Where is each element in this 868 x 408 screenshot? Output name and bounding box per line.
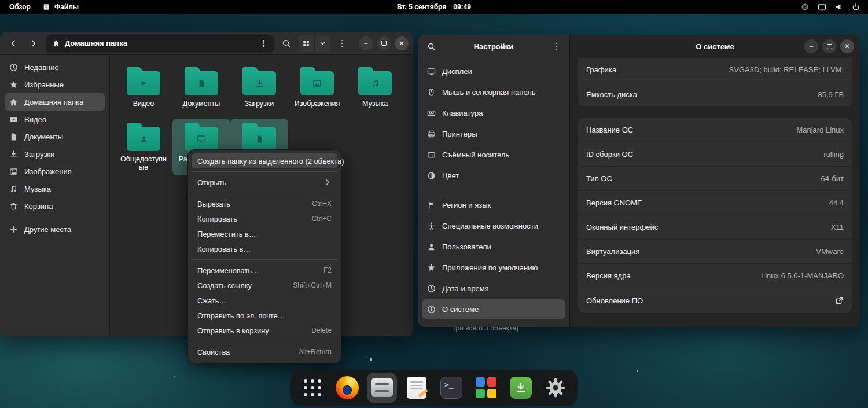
text-editor-icon <box>407 377 426 399</box>
folder-item-public[interactable]: Общедоступные <box>115 119 172 175</box>
dock-item-settings[interactable] <box>540 373 571 403</box>
menu-item-open[interactable]: Открыть <box>192 175 337 190</box>
row-value: 44.4 <box>829 199 844 207</box>
settings-item-accessibility[interactable]: Специальные возможности <box>422 216 565 236</box>
sidebar-item-videos[interactable]: Видео <box>5 111 105 128</box>
row-label: Тип ОС <box>586 174 612 183</box>
menu-item-copy-to[interactable]: Копировать в… <box>192 241 337 256</box>
menu-item-compress[interactable]: Сжать… <box>192 293 337 308</box>
sidebar-item-documents[interactable]: Документы <box>5 128 105 145</box>
dock-item-files[interactable] <box>367 373 397 403</box>
menu-item-rename[interactable]: Переименовать… F2 <box>192 263 337 278</box>
minimize-button[interactable]: − <box>804 39 818 53</box>
settings-item-removable-media[interactable]: Съёмный носитель <box>422 145 565 164</box>
clock[interactable]: Вт, 5 сентября 09:49 <box>397 3 471 11</box>
settings-title: Настройки <box>440 42 547 51</box>
settings-item-users[interactable]: Пользователи <box>422 237 565 256</box>
dock-item-text-editor[interactable] <box>402 373 432 403</box>
row-label: Версия ядра <box>586 271 631 280</box>
window-menu-button[interactable]: ⋮ <box>334 35 351 52</box>
folder-label: Видео <box>133 100 155 108</box>
terminal-icon: >_ <box>440 377 462 399</box>
desktop-emblem-icon <box>185 127 218 151</box>
settings-item-datetime[interactable]: Дата и время <box>422 278 565 298</box>
files-app-icon <box>42 3 50 11</box>
maximize-button[interactable] <box>377 36 391 50</box>
download-icon <box>9 150 19 159</box>
settings-item-label: Приложения по умолчанию <box>442 263 538 272</box>
about-row-windowing-system: Оконный интерфейс X11 <box>578 215 852 240</box>
settings-item-default-apps[interactable]: Приложения по умолчанию <box>422 258 565 277</box>
desktop-wallpaper: Обзор Файлы Вт, 5 сентября 09:49 <box>0 0 868 408</box>
minimize-button[interactable]: − <box>359 36 373 50</box>
settings-item-mouse[interactable]: Мышь и сенсорная панель <box>422 82 565 102</box>
menu-item-properties[interactable]: Свойства Alt+Return <box>192 344 337 359</box>
folder-item-videos[interactable]: Видео <box>115 63 172 116</box>
menu-item-copy[interactable]: Копировать Ctrl+C <box>192 211 337 226</box>
activities-button[interactable]: Обзор <box>9 3 31 11</box>
status-circle-icon <box>801 3 809 11</box>
dock-item-firefox[interactable] <box>332 373 362 403</box>
folder-item-pictures[interactable]: Изображения <box>288 63 346 116</box>
menu-item-label: Сжать… <box>197 296 226 305</box>
row-value: 64-бит <box>821 174 844 183</box>
folder-item-downloads[interactable]: Загрузки <box>230 63 288 116</box>
menu-item-send-email[interactable]: Отправить по эл. почте… <box>192 308 337 323</box>
about-row-software-updates[interactable]: Обновление ПО <box>578 288 852 313</box>
folder-item-music[interactable]: Музыка <box>346 63 404 116</box>
sidebar-item-trash[interactable]: Корзина <box>5 197 105 215</box>
view-options-dropdown[interactable] <box>314 35 330 52</box>
folder-label: Изображения <box>295 100 340 108</box>
settings-search-button[interactable] <box>422 38 440 55</box>
maximize-button[interactable] <box>822 39 836 53</box>
template-emblem-icon <box>242 127 276 151</box>
menu-item-move-to-trash[interactable]: Отправить в корзину Delete <box>192 323 337 338</box>
settings-item-printers[interactable]: Принтеры <box>422 124 565 144</box>
settings-item-label: Принтеры <box>442 130 477 138</box>
menu-item-new-folder-from-selection[interactable]: Создать папку из выделенного (2 объекта) <box>192 153 337 168</box>
settings-item-color[interactable]: Цвет <box>422 166 565 185</box>
settings-menu-button[interactable]: ⋮ <box>547 38 565 55</box>
menu-separator <box>192 341 337 341</box>
recent-icon <box>9 63 19 72</box>
grid-view-button[interactable] <box>299 35 314 52</box>
settings-item-keyboard[interactable]: Клавиатура <box>422 103 565 123</box>
dock-item-terminal[interactable]: >_ <box>436 373 466 403</box>
settings-item-region-language[interactable]: Регион и язык <box>422 195 565 215</box>
settings-item-displays[interactable]: Дисплеи <box>422 61 565 81</box>
close-button[interactable]: ✕ <box>840 39 854 53</box>
folder-item-documents[interactable]: Документы <box>172 63 230 116</box>
back-button[interactable] <box>5 35 21 52</box>
row-label: ID сборки ОС <box>586 150 633 159</box>
system-status-area[interactable] <box>801 3 868 12</box>
printer-icon <box>427 130 436 138</box>
sidebar-item-pictures[interactable]: Изображения <box>5 163 105 180</box>
settings-item-label: Пользователи <box>442 242 491 251</box>
menu-item-move-to[interactable]: Переместить в… <box>192 226 337 241</box>
about-row-gnome-version: Версия GNOME 44.4 <box>578 191 852 215</box>
menu-item-cut[interactable]: Вырезать Ctrl+X <box>192 196 337 211</box>
search-button[interactable] <box>278 35 295 52</box>
sidebar-item-music[interactable]: Музыка <box>5 180 105 197</box>
sidebar-item-downloads[interactable]: Загрузки <box>5 145 105 163</box>
path-menu-button[interactable]: ⋮ <box>259 38 268 49</box>
dock-item-software[interactable] <box>471 373 501 403</box>
star-icon <box>9 80 19 89</box>
forward-button[interactable] <box>25 35 42 52</box>
sidebar-item-home[interactable]: Домашняя папка <box>5 93 105 111</box>
path-bar[interactable]: Домашняя папка ⋮ <box>46 35 274 52</box>
sidebar-item-other-locations[interactable]: Другие места <box>5 220 105 238</box>
dock-item-app-grid[interactable] <box>297 373 328 403</box>
sidebar-item-recent[interactable]: Недавние <box>5 58 105 76</box>
close-button[interactable]: ✕ <box>395 36 409 50</box>
sidebar-item-starred[interactable]: Избранные <box>5 76 105 93</box>
row-value: VMware <box>816 247 844 256</box>
settings-item-label: Дисплеи <box>442 67 472 76</box>
settings-item-about[interactable]: О системе <box>422 299 565 319</box>
row-label: Обновление ПО <box>586 296 643 305</box>
files-headerbar: Домашняя папка ⋮ ⋮ − ✕ <box>0 32 413 55</box>
menu-item-create-link[interactable]: Создать ссылку Shift+Ctrl+M <box>192 278 337 293</box>
app-menu-button[interactable]: Файлы <box>42 3 79 11</box>
menu-item-label: Открыть <box>197 178 226 187</box>
dock-item-package-installer[interactable] <box>506 373 536 403</box>
